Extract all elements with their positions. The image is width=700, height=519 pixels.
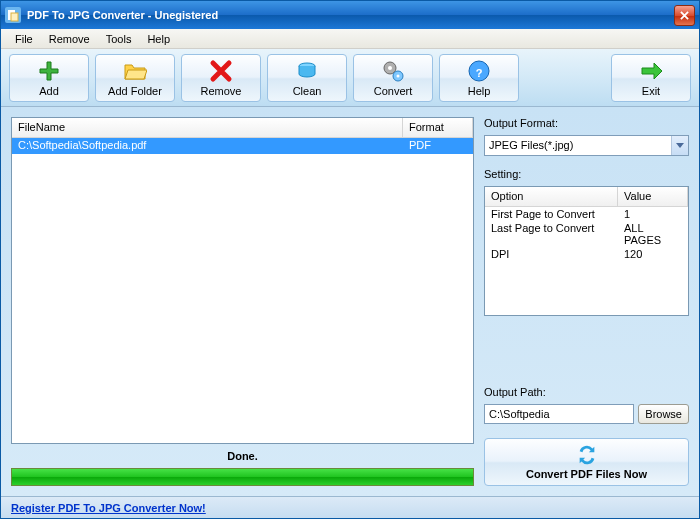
app-icon xyxy=(5,7,21,23)
setting-row[interactable]: DPI 120 xyxy=(485,247,688,261)
settings-header: Option Value xyxy=(485,187,688,207)
right-pane: Output Format: JPEG Files(*.jpg) Setting… xyxy=(484,117,689,486)
svg-rect-2 xyxy=(11,13,18,21)
progress-fill xyxy=(12,469,473,485)
svg-point-7 xyxy=(397,74,400,77)
add-folder-label: Add Folder xyxy=(108,85,162,97)
output-path-input[interactable] xyxy=(484,404,634,424)
help-button[interactable]: ? Help xyxy=(439,54,519,102)
output-format-value: JPEG Files(*.jpg) xyxy=(485,136,671,155)
setting-option: First Page to Convert xyxy=(485,207,618,221)
menu-help[interactable]: Help xyxy=(139,31,178,47)
file-list[interactable]: FileName Format C:\Softpedia\Softpedia.p… xyxy=(11,117,474,444)
add-label: Add xyxy=(39,85,59,97)
output-format-label: Output Format: xyxy=(484,117,689,129)
clean-icon xyxy=(295,59,319,83)
menu-tools[interactable]: Tools xyxy=(98,31,140,47)
file-row-format: PDF xyxy=(403,138,473,154)
titlebar[interactable]: PDF To JPG Converter - Unegistered xyxy=(1,1,699,29)
output-format-select[interactable]: JPEG Files(*.jpg) xyxy=(484,135,689,156)
chevron-down-icon xyxy=(676,143,684,148)
exit-button[interactable]: Exit xyxy=(611,54,691,102)
menu-remove[interactable]: Remove xyxy=(41,31,98,47)
svg-point-5 xyxy=(388,66,392,70)
gears-icon xyxy=(381,59,405,83)
setting-option: DPI xyxy=(485,247,618,261)
convert-icon xyxy=(576,444,598,466)
window-title: PDF To JPG Converter - Unegistered xyxy=(27,9,674,21)
col-option[interactable]: Option xyxy=(485,187,618,206)
svg-text:?: ? xyxy=(476,67,483,79)
col-format[interactable]: Format xyxy=(403,118,473,137)
status-text: Done. xyxy=(11,448,474,464)
file-row[interactable]: C:\Softpedia\Softpedia.pdf PDF xyxy=(12,138,473,154)
add-button[interactable]: Add xyxy=(9,54,89,102)
remove-button[interactable]: Remove xyxy=(181,54,261,102)
col-value[interactable]: Value xyxy=(618,187,688,206)
progress-bar xyxy=(11,468,474,486)
convert-button[interactable]: Convert xyxy=(353,54,433,102)
setting-row[interactable]: Last Page to Convert ALL PAGES xyxy=(485,221,688,247)
add-folder-button[interactable]: Add Folder xyxy=(95,54,175,102)
register-link[interactable]: Register PDF To JPG Converter Now! xyxy=(11,502,206,514)
footer: Register PDF To JPG Converter Now! xyxy=(1,496,699,518)
help-icon: ? xyxy=(467,59,491,83)
col-filename[interactable]: FileName xyxy=(12,118,403,137)
menubar: File Remove Tools Help xyxy=(1,29,699,49)
output-path-label: Output Path: xyxy=(484,386,689,398)
settings-table[interactable]: Option Value First Page to Convert 1 Las… xyxy=(484,186,689,316)
app-window: PDF To JPG Converter - Unegistered File … xyxy=(0,0,700,519)
close-button[interactable] xyxy=(674,5,695,26)
setting-option: Last Page to Convert xyxy=(485,221,618,247)
setting-label: Setting: xyxy=(484,168,689,180)
remove-icon xyxy=(209,59,233,83)
convert-now-button[interactable]: Convert PDF Files Now xyxy=(484,438,689,486)
folder-icon xyxy=(123,59,147,83)
file-row-name: C:\Softpedia\Softpedia.pdf xyxy=(12,138,403,154)
help-label: Help xyxy=(468,85,491,97)
content-area: FileName Format C:\Softpedia\Softpedia.p… xyxy=(1,107,699,496)
output-path-row: Browse xyxy=(484,404,689,424)
exit-icon xyxy=(639,59,663,83)
menu-file[interactable]: File xyxy=(7,31,41,47)
exit-label: Exit xyxy=(642,85,660,97)
setting-row[interactable]: First Page to Convert 1 xyxy=(485,207,688,221)
convert-now-label: Convert PDF Files Now xyxy=(526,468,647,480)
left-pane: FileName Format C:\Softpedia\Softpedia.p… xyxy=(11,117,474,486)
convert-label: Convert xyxy=(374,85,413,97)
setting-value: 120 xyxy=(618,247,688,261)
clean-button[interactable]: Clean xyxy=(267,54,347,102)
setting-value: ALL PAGES xyxy=(618,221,688,247)
browse-button[interactable]: Browse xyxy=(638,404,689,424)
setting-value: 1 xyxy=(618,207,688,221)
plus-icon xyxy=(37,59,61,83)
toolbar: Add Add Folder Remove Clean Convert ? He… xyxy=(1,49,699,107)
remove-label: Remove xyxy=(201,85,242,97)
dropdown-button[interactable] xyxy=(671,136,688,155)
file-list-header: FileName Format xyxy=(12,118,473,138)
clean-label: Clean xyxy=(293,85,322,97)
close-icon xyxy=(680,11,689,20)
